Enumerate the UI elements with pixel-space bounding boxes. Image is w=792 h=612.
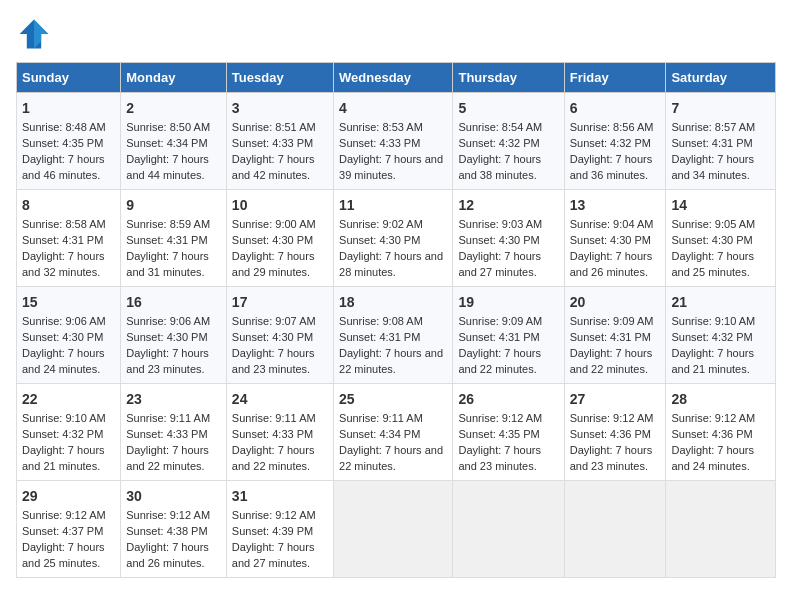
daylight: Daylight: 7 hours and 42 minutes. [232,153,315,181]
sunrise: Sunrise: 9:03 AM [458,218,542,230]
day-number: 30 [126,486,221,506]
calendar-header-row: SundayMondayTuesdayWednesdayThursdayFrid… [17,63,776,93]
sunrise: Sunrise: 8:48 AM [22,121,106,133]
calendar-cell: 29Sunrise: 9:12 AMSunset: 4:37 PMDayligh… [17,481,121,578]
calendar-week-1: 1Sunrise: 8:48 AMSunset: 4:35 PMDaylight… [17,93,776,190]
sunrise: Sunrise: 8:50 AM [126,121,210,133]
daylight: Daylight: 7 hours and 22 minutes. [126,444,209,472]
calendar-cell: 8Sunrise: 8:58 AMSunset: 4:31 PMDaylight… [17,190,121,287]
calendar-cell: 21Sunrise: 9:10 AMSunset: 4:32 PMDayligh… [666,287,776,384]
day-number: 3 [232,98,328,118]
sunrise: Sunrise: 8:57 AM [671,121,755,133]
day-number: 28 [671,389,770,409]
day-number: 10 [232,195,328,215]
sunset: Sunset: 4:32 PM [22,428,103,440]
calendar-cell: 2Sunrise: 8:50 AMSunset: 4:34 PMDaylight… [121,93,227,190]
sunset: Sunset: 4:31 PM [458,331,539,343]
day-number: 25 [339,389,447,409]
calendar-cell: 22Sunrise: 9:10 AMSunset: 4:32 PMDayligh… [17,384,121,481]
sunset: Sunset: 4:32 PM [671,331,752,343]
calendar-week-4: 22Sunrise: 9:10 AMSunset: 4:32 PMDayligh… [17,384,776,481]
sunset: Sunset: 4:32 PM [458,137,539,149]
sunset: Sunset: 4:30 PM [232,234,313,246]
sunset: Sunset: 4:33 PM [232,137,313,149]
sunrise: Sunrise: 9:00 AM [232,218,316,230]
sunset: Sunset: 4:33 PM [339,137,420,149]
sunrise: Sunrise: 9:12 AM [232,509,316,521]
day-number: 22 [22,389,115,409]
daylight: Daylight: 7 hours and 27 minutes. [232,541,315,569]
sunset: Sunset: 4:30 PM [570,234,651,246]
column-header-saturday: Saturday [666,63,776,93]
column-header-wednesday: Wednesday [334,63,453,93]
sunrise: Sunrise: 9:12 AM [126,509,210,521]
sunset: Sunset: 4:30 PM [458,234,539,246]
calendar-cell: 25Sunrise: 9:11 AMSunset: 4:34 PMDayligh… [334,384,453,481]
sunrise: Sunrise: 8:56 AM [570,121,654,133]
calendar-cell: 28Sunrise: 9:12 AMSunset: 4:36 PMDayligh… [666,384,776,481]
daylight: Daylight: 7 hours and 22 minutes. [339,444,443,472]
daylight: Daylight: 7 hours and 22 minutes. [232,444,315,472]
calendar-week-2: 8Sunrise: 8:58 AMSunset: 4:31 PMDaylight… [17,190,776,287]
day-number: 5 [458,98,558,118]
daylight: Daylight: 7 hours and 39 minutes. [339,153,443,181]
day-number: 6 [570,98,661,118]
daylight: Daylight: 7 hours and 31 minutes. [126,250,209,278]
calendar-cell [564,481,666,578]
daylight: Daylight: 7 hours and 23 minutes. [232,347,315,375]
sunset: Sunset: 4:35 PM [22,137,103,149]
calendar-week-5: 29Sunrise: 9:12 AMSunset: 4:37 PMDayligh… [17,481,776,578]
day-number: 11 [339,195,447,215]
calendar-cell: 16Sunrise: 9:06 AMSunset: 4:30 PMDayligh… [121,287,227,384]
daylight: Daylight: 7 hours and 21 minutes. [22,444,105,472]
daylight: Daylight: 7 hours and 46 minutes. [22,153,105,181]
sunset: Sunset: 4:31 PM [339,331,420,343]
sunset: Sunset: 4:36 PM [570,428,651,440]
sunset: Sunset: 4:33 PM [232,428,313,440]
sunrise: Sunrise: 9:12 AM [570,412,654,424]
daylight: Daylight: 7 hours and 26 minutes. [126,541,209,569]
sunrise: Sunrise: 9:10 AM [671,315,755,327]
sunset: Sunset: 4:36 PM [671,428,752,440]
sunrise: Sunrise: 9:11 AM [232,412,316,424]
daylight: Daylight: 7 hours and 25 minutes. [22,541,105,569]
calendar-cell: 31Sunrise: 9:12 AMSunset: 4:39 PMDayligh… [226,481,333,578]
sunrise: Sunrise: 9:09 AM [458,315,542,327]
day-number: 12 [458,195,558,215]
day-number: 9 [126,195,221,215]
sunset: Sunset: 4:35 PM [458,428,539,440]
sunset: Sunset: 4:31 PM [22,234,103,246]
daylight: Daylight: 7 hours and 22 minutes. [570,347,653,375]
calendar-cell: 13Sunrise: 9:04 AMSunset: 4:30 PMDayligh… [564,190,666,287]
daylight: Daylight: 7 hours and 34 minutes. [671,153,754,181]
logo [16,16,56,52]
daylight: Daylight: 7 hours and 44 minutes. [126,153,209,181]
calendar-cell [334,481,453,578]
calendar-week-3: 15Sunrise: 9:06 AMSunset: 4:30 PMDayligh… [17,287,776,384]
day-number: 29 [22,486,115,506]
calendar-cell: 6Sunrise: 8:56 AMSunset: 4:32 PMDaylight… [564,93,666,190]
calendar-cell: 14Sunrise: 9:05 AMSunset: 4:30 PMDayligh… [666,190,776,287]
column-header-monday: Monday [121,63,227,93]
sunrise: Sunrise: 9:12 AM [22,509,106,521]
daylight: Daylight: 7 hours and 26 minutes. [570,250,653,278]
day-number: 31 [232,486,328,506]
calendar-cell: 9Sunrise: 8:59 AMSunset: 4:31 PMDaylight… [121,190,227,287]
day-number: 20 [570,292,661,312]
day-number: 19 [458,292,558,312]
day-number: 7 [671,98,770,118]
day-number: 4 [339,98,447,118]
sunset: Sunset: 4:34 PM [339,428,420,440]
calendar-cell: 18Sunrise: 9:08 AMSunset: 4:31 PMDayligh… [334,287,453,384]
calendar-cell: 7Sunrise: 8:57 AMSunset: 4:31 PMDaylight… [666,93,776,190]
sunrise: Sunrise: 9:05 AM [671,218,755,230]
sunset: Sunset: 4:31 PM [570,331,651,343]
sunset: Sunset: 4:34 PM [126,137,207,149]
sunrise: Sunrise: 9:12 AM [671,412,755,424]
sunrise: Sunrise: 8:58 AM [22,218,106,230]
daylight: Daylight: 7 hours and 36 minutes. [570,153,653,181]
column-header-sunday: Sunday [17,63,121,93]
calendar-cell: 11Sunrise: 9:02 AMSunset: 4:30 PMDayligh… [334,190,453,287]
calendar-cell: 10Sunrise: 9:00 AMSunset: 4:30 PMDayligh… [226,190,333,287]
calendar-cell: 19Sunrise: 9:09 AMSunset: 4:31 PMDayligh… [453,287,564,384]
